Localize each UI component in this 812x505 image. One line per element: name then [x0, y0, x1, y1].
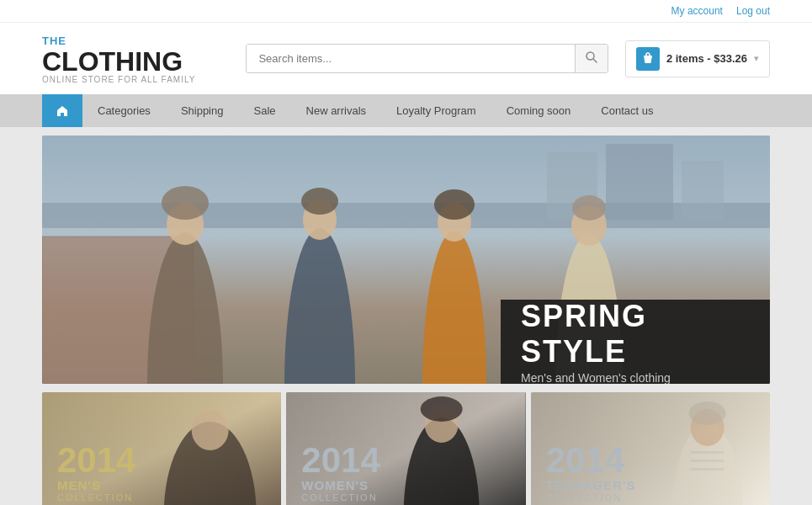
logo-the-text: THE — [42, 35, 66, 47]
collection-teen[interactable]: 2014 TEENAGER'S COLLECTION — [531, 392, 770, 505]
collection-teen-name: TEENAGER'S — [546, 478, 755, 492]
collection-women-content: 2014 WOMEN'S COLLECTION — [286, 392, 525, 505]
nav-item-contact[interactable]: Contact us — [586, 94, 668, 127]
nav-item-new-arrivals[interactable]: New arrivals — [291, 94, 382, 127]
nav-item-sale[interactable]: Sale — [238, 94, 290, 127]
search-button[interactable] — [575, 45, 608, 72]
collection-women-year: 2014 — [301, 443, 510, 478]
cart-widget[interactable]: 2 items - $33.26 ▾ — [625, 40, 770, 77]
header: THE CLOTHING ONLINE STORE FOR ALL FAMILY… — [0, 23, 812, 94]
collection-teen-year: 2014 — [546, 443, 755, 478]
nav-item-categories[interactable]: Categories — [82, 94, 166, 127]
collection-men[interactable]: 2014 MEN'S COLLECTION — [42, 392, 281, 505]
search-icon — [586, 51, 597, 63]
svg-point-11 — [162, 186, 209, 220]
nav-item-shipping[interactable]: Shipping — [166, 94, 239, 127]
svg-line-1 — [593, 60, 597, 63]
collection-men-name: MEN'S — [57, 478, 266, 492]
nav-item-coming-soon[interactable]: Coming soon — [491, 94, 586, 127]
cart-icon-wrapper — [636, 47, 660, 71]
collection-teen-sub: COLLECTION — [546, 492, 755, 502]
logo-clothing-text: CLOTHING — [42, 48, 195, 75]
nav-item-loyalty[interactable]: Loyalty Program — [381, 94, 491, 127]
collection-men-content: 2014 MEN'S COLLECTION — [42, 392, 281, 505]
svg-point-20 — [572, 195, 606, 221]
top-bar: My account Log out — [0, 0, 812, 23]
svg-point-17 — [434, 189, 475, 220]
home-icon — [56, 104, 69, 118]
logo-subtitle: ONLINE STORE FOR ALL FAMILY — [42, 75, 195, 84]
collection-teen-content: 2014 TEENAGER'S COLLECTION — [531, 392, 770, 505]
my-account-link[interactable]: My account — [671, 5, 723, 17]
hero-subtitle: Men's and Women's clothing — [521, 371, 750, 384]
collections-grid: 2014 MEN'S COLLECTION 2014 — [42, 392, 770, 505]
main-nav: Categories Shipping Sale New arrivals Lo… — [0, 94, 812, 127]
svg-rect-7 — [606, 144, 673, 220]
search-bar — [246, 44, 608, 73]
svg-point-0 — [586, 52, 594, 60]
hero-title: SPRING STYLE — [521, 299, 750, 369]
collection-men-year: 2014 — [57, 443, 266, 478]
collection-women-sub: COLLECTION — [301, 492, 510, 502]
log-out-link[interactable]: Log out — [736, 5, 770, 17]
hero-text-overlay: SPRING STYLE Men's and Women's clothing — [501, 300, 770, 384]
nav-item-home[interactable] — [42, 94, 82, 127]
collection-men-sub: COLLECTION — [57, 492, 266, 502]
search-input[interactable] — [247, 45, 574, 72]
hero-banner: SPRING STYLE Men's and Women's clothing — [42, 136, 770, 384]
svg-rect-8 — [682, 161, 724, 220]
collection-women[interactable]: 2014 WOMEN'S COLLECTION — [286, 392, 525, 505]
logo[interactable]: THE CLOTHING ONLINE STORE FOR ALL FAMILY — [42, 33, 195, 84]
shopping-bag-icon — [641, 52, 655, 66]
svg-point-14 — [301, 188, 338, 215]
cart-label: 2 items - $33.26 — [666, 52, 747, 65]
cart-dropdown-arrow: ▾ — [754, 53, 759, 64]
collection-women-name: WOMEN'S — [301, 478, 510, 492]
